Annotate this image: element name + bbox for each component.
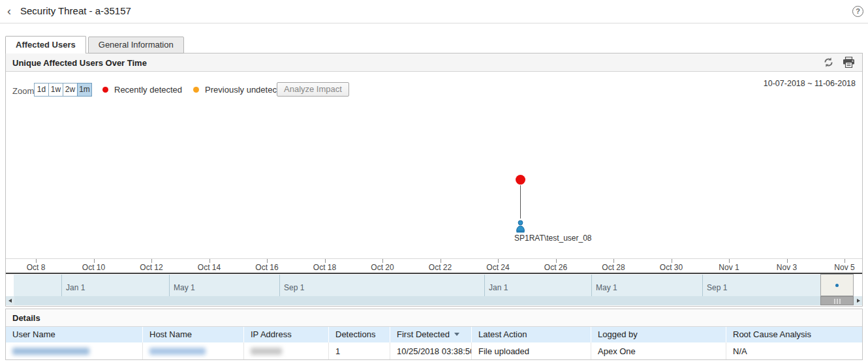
refresh-icon[interactable] — [823, 57, 835, 68]
navigator-selection-handle[interactable] — [820, 274, 854, 296]
cell-user-name[interactable] — [6, 342, 143, 359]
sort-desc-icon — [454, 333, 459, 336]
redacted-ip-address — [251, 348, 282, 355]
tab-bar: Affected Users General Information — [5, 36, 186, 53]
navigator-tick-label: Sep 1 — [707, 283, 727, 292]
cell-latest-action: File uploaded — [472, 342, 591, 359]
cell-ip-address — [244, 342, 329, 359]
cell-detections: 1 — [329, 342, 390, 359]
axis-tick-label: Oct 8 — [16, 263, 55, 272]
chart-scrollbar[interactable] — [6, 296, 862, 305]
app-header: ‹ Security Threat - a-35157 ? — [0, 0, 868, 23]
legend-item: Recently detected — [102, 85, 182, 95]
axis-tick-label: Oct 24 — [478, 263, 518, 272]
details-panel: Details User NameHost NameIP AddressDete… — [5, 309, 863, 360]
zoom-buttons: 1d1w2w1m — [35, 83, 92, 97]
legend-dot-icon — [102, 87, 108, 93]
column-header-user-name[interactable]: User Name — [6, 327, 143, 342]
cell-first-detected: 10/25/2018 03:38:50 — [390, 342, 472, 359]
panel-header: Unique Affected Users Over Time — [6, 53, 862, 72]
page-title: Security Threat - a-35157 — [20, 5, 131, 16]
navigator-divider — [484, 275, 485, 296]
navigator-tick-label: Jan 1 — [66, 283, 85, 292]
axis-tick-label: Oct 14 — [190, 263, 229, 272]
details-header: Details — [6, 309, 862, 327]
zoom-1w-button[interactable]: 1w — [48, 83, 63, 97]
details-title: Details — [12, 313, 40, 323]
cell-logged-by: Apex One — [591, 342, 726, 359]
axis-tick-label: Oct 22 — [421, 263, 460, 272]
navigator-divider — [591, 275, 592, 296]
navigator-tick-label: May 1 — [174, 283, 195, 292]
column-header-host-name[interactable]: Host Name — [143, 327, 244, 342]
axis-tick-label: Oct 18 — [305, 263, 345, 272]
navigator-divider — [169, 275, 170, 296]
analyze-impact-button[interactable]: Analyze Impact — [277, 82, 349, 97]
legend-dot-icon — [193, 87, 199, 93]
axis-tick-label: Nov 3 — [767, 263, 807, 272]
navigator-tick-label: Sep 1 — [284, 283, 304, 292]
zoom-label: Zoom — [12, 86, 34, 96]
axis-tick-label: Oct 16 — [247, 263, 287, 272]
print-icon[interactable] — [843, 57, 854, 68]
column-header-first-detected[interactable]: First Detected — [390, 327, 472, 342]
thumb-grip-icon — [834, 299, 841, 304]
legend-label: Previously undetected — [205, 85, 288, 95]
axis-tick-label: Oct 20 — [363, 263, 402, 272]
column-header-latest-action[interactable]: Latest Action — [472, 327, 591, 342]
scrollbar-left-arrow-icon[interactable] — [6, 296, 14, 305]
data-point-label: SP1RAT\test_user_08 — [514, 234, 592, 243]
date-range-label: 10-07-2018 ~ 11-06-2018 — [764, 79, 856, 88]
data-point-recently-detected[interactable] — [516, 175, 525, 185]
navigator: Jan 1May 1Sep 1Jan 1May 1Sep 1 — [6, 274, 862, 296]
navigator-divider — [702, 275, 703, 296]
redacted-host-name[interactable] — [149, 348, 206, 355]
table-row: 1 10/25/2018 03:38:50 File uploaded Apex… — [6, 342, 862, 359]
axis-tick-label: Oct 30 — [652, 263, 691, 272]
details-header-row: User NameHost NameIP AddressDetectionsFi… — [6, 327, 862, 342]
navigator-divider — [61, 275, 62, 296]
legend-item: Previously undetected — [193, 85, 288, 95]
back-icon[interactable]: ‹ — [7, 4, 11, 18]
tab-general-information[interactable]: General Information — [88, 37, 184, 53]
redacted-user-name[interactable] — [12, 348, 89, 355]
column-header-ip-address[interactable]: IP Address — [244, 327, 329, 342]
cell-root-cause-analysis: N/A — [726, 342, 862, 359]
navigator-tick-label: Jan 1 — [489, 283, 508, 292]
axis-tick-label: Oct 10 — [74, 263, 114, 272]
cell-host-name[interactable] — [143, 342, 244, 359]
navigator-track[interactable] — [14, 275, 820, 296]
navigator-divider — [279, 275, 280, 296]
navigator-point-icon — [835, 284, 839, 287]
axis-tick-label: Nov 1 — [709, 263, 749, 272]
scrollbar-right-arrow-icon[interactable] — [854, 296, 862, 305]
x-axis: Oct 8Oct 10Oct 12Oct 14Oct 16Oct 18Oct 2… — [6, 258, 862, 273]
axis-tick-label: Oct 28 — [594, 263, 633, 272]
help-icon[interactable]: ? — [852, 6, 863, 17]
column-header-logged-by[interactable]: Logged by — [591, 327, 726, 342]
chart-legend: Recently detectedPreviously undetected — [102, 83, 300, 97]
navigator-tick-label: May 1 — [596, 283, 617, 292]
affected-user-icon[interactable] — [515, 220, 526, 235]
axis-tick-label: Oct 12 — [132, 263, 171, 272]
panel-title: Unique Affected Users Over Time — [12, 58, 147, 68]
tab-affected-users[interactable]: Affected Users — [5, 36, 86, 53]
column-header-detections[interactable]: Detections — [329, 327, 390, 342]
zoom-1d-button[interactable]: 1d — [34, 83, 49, 97]
legend-label: Recently detected — [114, 85, 182, 95]
column-header-root-cause-analysis[interactable]: Root Cause Analysis — [726, 327, 862, 342]
zoom-2w-button[interactable]: 2w — [63, 83, 78, 97]
zoom-1m-button[interactable]: 1m — [77, 83, 92, 97]
affected-users-panel: Unique Affected Users Over Time Zoom 1d1… — [5, 53, 863, 307]
chart-plot-area: SP1RAT\test_user_08 — [6, 99, 862, 258]
data-point-stem — [520, 185, 521, 219]
axis-tick-label: Oct 26 — [536, 263, 576, 272]
scrollbar-thumb[interactable] — [820, 296, 854, 305]
axis-tick-label: Nov 5 — [825, 263, 864, 272]
